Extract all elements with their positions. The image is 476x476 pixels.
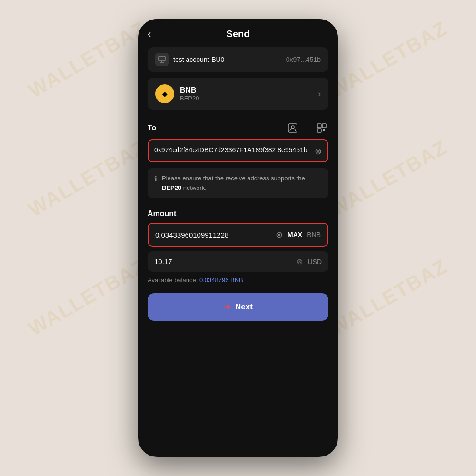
bnb-currency-label: BNB: [307, 231, 321, 238]
network-warning: ℹ Please ensure that the receive address…: [148, 168, 328, 198]
account-bar[interactable]: test account-BU0 0x97...451b: [148, 47, 328, 72]
amount-label: Amount: [148, 209, 328, 218]
usd-clear-button[interactable]: ⊗: [297, 257, 303, 266]
next-label: Next: [235, 302, 253, 312]
chevron-right-icon: ›: [318, 89, 321, 99]
contact-button[interactable]: [286, 121, 299, 135]
usd-currency-label: USD: [307, 258, 322, 266]
section-icons: [286, 121, 328, 135]
account-name: test account-BU0: [173, 56, 224, 63]
warning-message: Please ensure that the receive address s…: [162, 174, 322, 192]
svg-rect-6: [322, 124, 326, 128]
phone-frame: ‹ Send test account-BU0 0x97...451b ◆: [138, 19, 338, 457]
main-content: test account-BU0 0x97...451b ◆ BNB BEP20…: [138, 47, 338, 457]
page-title: Send: [227, 29, 250, 40]
token-selector[interactable]: ◆ BNB BEP20 ›: [148, 78, 328, 110]
amount-clear-button[interactable]: ⊗: [276, 229, 283, 240]
bnb-amount-input[interactable]: 0.03433960109911228 ⊗ MAX BNB: [148, 223, 328, 247]
address-value: 0x974cd2f84c4DBC7d23367F1A189f382 8e9545…: [154, 145, 311, 155]
svg-rect-5: [317, 124, 321, 128]
token-info: BNB BEP20: [180, 86, 199, 102]
account-left: test account-BU0: [155, 53, 224, 66]
address-input[interactable]: 0x974cd2f84c4DBC7d23367F1A189f382 8e9545…: [148, 139, 328, 162]
bnb-amount-value: 0.03433960109911228: [155, 231, 276, 239]
amount-controls: ⊗ MAX BNB: [276, 229, 321, 240]
arrow-icon: ➔: [223, 302, 230, 312]
to-section-header: To: [148, 121, 328, 135]
balance-amount: 0.0348796 BNB: [199, 277, 243, 284]
usd-amount-value: 10.17: [154, 258, 172, 266]
svg-rect-7: [317, 129, 321, 132]
back-button[interactable]: ‹: [148, 28, 151, 40]
svg-point-4: [291, 126, 294, 129]
address-clear-button[interactable]: ⊗: [315, 146, 322, 157]
account-address: 0x97...451b: [286, 56, 321, 63]
amount-section: Amount 0.03433960109911228 ⊗ MAX BNB 10.…: [148, 209, 328, 284]
info-icon: ℹ: [154, 174, 157, 183]
to-label: To: [148, 124, 156, 132]
usd-controls: ⊗ USD: [297, 257, 322, 266]
token-network: BEP20: [180, 95, 199, 102]
available-label: Available balance:: [148, 277, 198, 284]
available-balance: Available balance: 0.0348796 BNB: [148, 277, 328, 284]
divider: [307, 123, 307, 133]
header: ‹ Send: [138, 19, 338, 47]
qr-scan-button[interactable]: [315, 121, 328, 135]
token-name: BNB: [180, 86, 199, 95]
next-button[interactable]: ➔ Next: [148, 293, 328, 321]
bnb-logo: ◆: [155, 84, 174, 103]
usd-amount-input[interactable]: 10.17 ⊗ USD: [148, 251, 328, 272]
svg-rect-0: [159, 56, 165, 61]
max-button[interactable]: MAX: [288, 231, 302, 238]
account-icon: [155, 53, 169, 66]
svg-rect-8: [323, 129, 325, 131]
token-left: ◆ BNB BEP20: [155, 84, 199, 103]
